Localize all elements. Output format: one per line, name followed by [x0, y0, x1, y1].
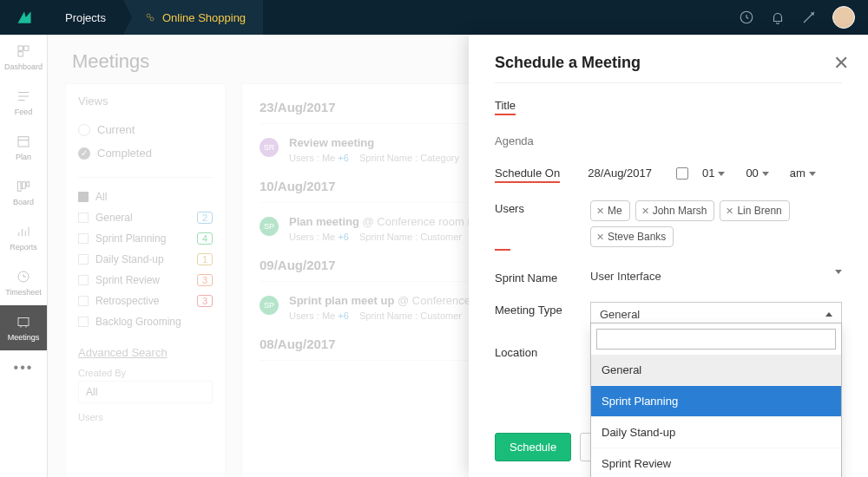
clock-icon[interactable]: [739, 10, 754, 25]
nav-dashboard[interactable]: Dashboard: [0, 35, 47, 80]
svg-point-1: [150, 17, 154, 21]
svg-rect-9: [27, 182, 30, 186]
user-chip[interactable]: ✕Lin Brenn: [720, 200, 789, 221]
svg-rect-5: [18, 52, 23, 56]
project-name-text: Online Shopping: [162, 11, 246, 24]
agenda-field[interactable]: Agenda: [495, 133, 590, 147]
svg-rect-11: [18, 318, 29, 326]
avatar[interactable]: [832, 6, 855, 29]
logo[interactable]: [0, 0, 48, 35]
type-search-input[interactable]: [596, 329, 836, 350]
project-name[interactable]: Online Shopping: [123, 0, 263, 35]
sprint-select[interactable]: User Interface: [590, 270, 842, 283]
leftnav: Dashboard Feed Plan Board Reports Timesh…: [0, 35, 48, 477]
type-option[interactable]: Sprint Planning: [591, 386, 841, 417]
svg-rect-8: [23, 182, 26, 189]
panel-title: Schedule a Meeting: [495, 54, 842, 72]
calendar-icon[interactable]: [676, 167, 688, 180]
schedule-panel: Schedule a Meeting ✕ Title Agenda Schedu…: [469, 35, 868, 477]
projects-tab[interactable]: Projects: [48, 0, 123, 35]
location-field[interactable]: Location: [495, 344, 590, 359]
schedule-button[interactable]: Schedule: [495, 433, 571, 461]
date-input[interactable]: 28/Aug/2017: [586, 165, 664, 182]
topbar: Projects Online Shopping: [0, 0, 868, 35]
tools-icon[interactable]: [801, 10, 817, 25]
type-option[interactable]: Daily Stand-up: [591, 417, 841, 448]
svg-rect-3: [18, 46, 23, 50]
title-field[interactable]: Title: [495, 97, 516, 115]
hour-select[interactable]: 01: [700, 165, 737, 182]
user-chip[interactable]: ✕Me: [590, 200, 630, 221]
nav-board[interactable]: Board: [0, 170, 47, 215]
nav-meetings[interactable]: Meetings: [0, 305, 47, 350]
close-icon[interactable]: ✕: [833, 52, 849, 75]
nav-timesheet[interactable]: Timesheet: [0, 260, 47, 305]
nav-plan[interactable]: Plan: [0, 125, 47, 170]
svg-point-0: [147, 14, 150, 17]
type-option[interactable]: General: [591, 355, 841, 386]
svg-rect-6: [18, 137, 29, 147]
ampm-select[interactable]: am: [788, 165, 828, 182]
bell-icon[interactable]: [770, 10, 786, 25]
type-dropdown: GeneralSprint PlanningDaily Stand-upSpri…: [590, 323, 842, 477]
type-option[interactable]: Sprint Review: [591, 448, 841, 477]
svg-rect-7: [17, 182, 21, 192]
nav-more[interactable]: •••: [0, 350, 47, 385]
user-chip[interactable]: ✕John Marsh: [635, 200, 715, 221]
svg-rect-4: [24, 46, 29, 50]
nav-feed[interactable]: Feed: [0, 80, 47, 125]
user-chip[interactable]: ✕Steve Banks: [590, 226, 674, 247]
nav-reports[interactable]: Reports: [0, 215, 47, 260]
min-select[interactable]: 00: [744, 165, 780, 182]
